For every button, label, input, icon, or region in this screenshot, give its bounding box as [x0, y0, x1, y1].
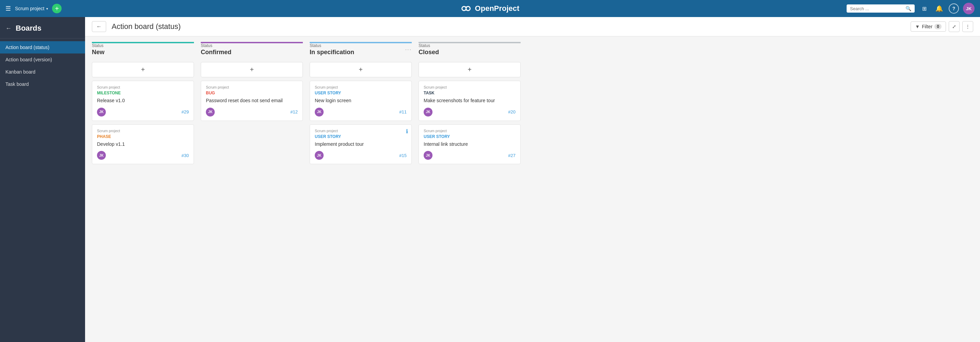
hamburger-icon[interactable]: ☰: [5, 5, 11, 12]
header-actions: ▼ Filter 0 ⤢ ⋮: [911, 21, 973, 32]
project-dropdown-arrow: ▾: [46, 7, 48, 11]
card-project: Scrum project: [97, 129, 189, 133]
column-closed: Status Closed + Scrum project TASK Make …: [418, 42, 520, 164]
add-card-button-closed[interactable]: +: [418, 62, 520, 77]
card-type: USER STORY: [315, 91, 407, 95]
card-12[interactable]: Scrum project BUG Password reset does no…: [201, 81, 303, 121]
card-29[interactable]: Scrum project MILESTONE Release v1.0 JK …: [92, 81, 194, 121]
search-icon: 🔍: [905, 6, 911, 11]
svg-point-1: [466, 6, 470, 11]
add-project-button[interactable]: +: [52, 4, 62, 13]
card-27[interactable]: Scrum project USER STORY Internal link s…: [418, 124, 520, 165]
card-project: Scrum project: [424, 129, 515, 133]
card-footer: JK #11: [315, 108, 407, 117]
sidebar: ← Boards Action board (status) Action bo…: [0, 17, 85, 342]
grid-menu-button[interactable]: ⊞: [919, 3, 930, 14]
add-card-button-confirmed[interactable]: +: [201, 62, 303, 77]
card-project: Scrum project: [97, 85, 189, 89]
sidebar-item-kanban-board[interactable]: Kanban board: [0, 66, 85, 78]
column-confirmed: Status Confirmed + Scrum project BUG Pas…: [201, 42, 303, 121]
sidebar-item-task-board[interactable]: Task board: [0, 78, 85, 90]
column-status-info: Status In specification: [310, 43, 354, 56]
project-selector[interactable]: Scrum project ▾: [15, 6, 48, 11]
filter-button[interactable]: ▼ Filter 0: [911, 21, 946, 32]
card-avatar: JK: [424, 151, 433, 160]
sidebar-item-action-board-status[interactable]: Action board (status): [0, 41, 85, 53]
app-logo: OpenProject: [461, 3, 520, 14]
card-avatar: JK: [315, 108, 324, 117]
filter-icon: ▼: [915, 24, 920, 29]
card-id: #12: [290, 109, 298, 115]
filter-count: 0: [934, 24, 942, 29]
sidebar-back-button[interactable]: ←: [5, 25, 11, 32]
card-type: USER STORY: [424, 134, 515, 139]
notification-button[interactable]: 🔔: [934, 3, 945, 14]
add-card-button-in-spec[interactable]: +: [310, 62, 412, 77]
logo-text: OpenProject: [475, 4, 520, 13]
card-type: PHASE: [97, 134, 189, 139]
card-title: Release v1.0: [97, 97, 189, 104]
top-navigation: ☰ Scrum project ▾ + OpenProject 🔍 ⊞ 🔔 ? …: [0, 0, 980, 17]
card-project: Scrum project: [424, 85, 515, 89]
card-id: #29: [181, 109, 189, 115]
card-footer: JK #27: [424, 151, 515, 160]
sidebar-header: ← Boards: [0, 17, 85, 38]
card-title: Implement product tour: [315, 141, 407, 148]
card-type: TASK: [424, 91, 515, 95]
sidebar-item-action-board-version[interactable]: Action board (version): [0, 53, 85, 66]
card-title: Develop v1.1: [97, 141, 189, 148]
card-20[interactable]: Scrum project TASK Make screenshots for …: [418, 81, 520, 121]
expand-button[interactable]: ⤢: [949, 21, 959, 32]
page-header: ← Action board (status) ▼ Filter 0 ⤢ ⋮: [85, 17, 980, 37]
column-status-name-closed: Closed: [418, 49, 520, 56]
column-status-name-in-spec: In specification: [310, 49, 354, 56]
logo-icon: [461, 3, 472, 14]
info-icon[interactable]: ℹ: [406, 128, 408, 134]
card-type: MILESTONE: [97, 91, 189, 95]
page-back-button[interactable]: ←: [92, 21, 106, 32]
search-input[interactable]: [850, 6, 904, 11]
sidebar-navigation: Action board (status) Action board (vers…: [0, 38, 85, 93]
add-card-button-new[interactable]: +: [92, 62, 194, 77]
avatar[interactable]: JK: [963, 3, 975, 14]
card-avatar: JK: [206, 108, 215, 117]
column-header-confirmed: Status Confirmed: [201, 42, 303, 59]
card-id: #15: [399, 153, 407, 158]
column-header-closed: Status Closed: [418, 42, 520, 59]
card-title: New login screen: [315, 97, 407, 104]
filter-label: Filter: [922, 24, 932, 29]
card-avatar: JK: [97, 151, 106, 160]
search-box[interactable]: 🔍: [846, 5, 915, 13]
card-11[interactable]: Scrum project USER STORY New login scree…: [310, 81, 412, 121]
column-status-label-in-spec: Status: [310, 43, 354, 48]
column-status-name-confirmed: Confirmed: [201, 49, 303, 56]
card-footer: JK #30: [97, 151, 189, 160]
app-body: ← Boards Action board (status) Action bo…: [0, 17, 980, 342]
column-header-in-spec: Status In specification ···: [310, 42, 412, 59]
card-avatar: JK: [424, 108, 433, 117]
card-type: BUG: [206, 91, 298, 95]
sidebar-title: Boards: [16, 24, 41, 33]
card-project: Scrum project: [206, 85, 298, 89]
card-id: #11: [399, 109, 407, 115]
column-header-row: Status In specification ···: [310, 43, 412, 56]
card-id: #30: [181, 153, 189, 158]
card-title: Internal link structure: [424, 141, 515, 148]
card-30[interactable]: Scrum project PHASE Develop v1.1 JK #30: [92, 124, 194, 165]
nav-right-section: 🔍 ⊞ 🔔 ? JK: [846, 3, 975, 14]
card-footer: JK #29: [97, 108, 189, 117]
column-header-new: Status New: [92, 42, 194, 59]
card-title: Make screenshots for feature tour: [424, 97, 515, 104]
column-status-label-confirmed: Status: [201, 43, 303, 48]
card-footer: JK #12: [206, 108, 298, 117]
card-footer: JK #15: [315, 151, 407, 160]
card-avatar: JK: [315, 151, 324, 160]
column-more-button[interactable]: ···: [405, 47, 412, 53]
project-name: Scrum project: [15, 6, 44, 11]
more-options-button[interactable]: ⋮: [962, 21, 973, 32]
help-button[interactable]: ?: [949, 3, 959, 14]
column-in-specification: Status In specification ··· + Scrum proj…: [310, 42, 412, 164]
card-footer: JK #20: [424, 108, 515, 117]
card-15[interactable]: ℹ Scrum project USER STORY Implement pro…: [310, 124, 412, 165]
card-title: Password reset does not send email: [206, 97, 298, 104]
